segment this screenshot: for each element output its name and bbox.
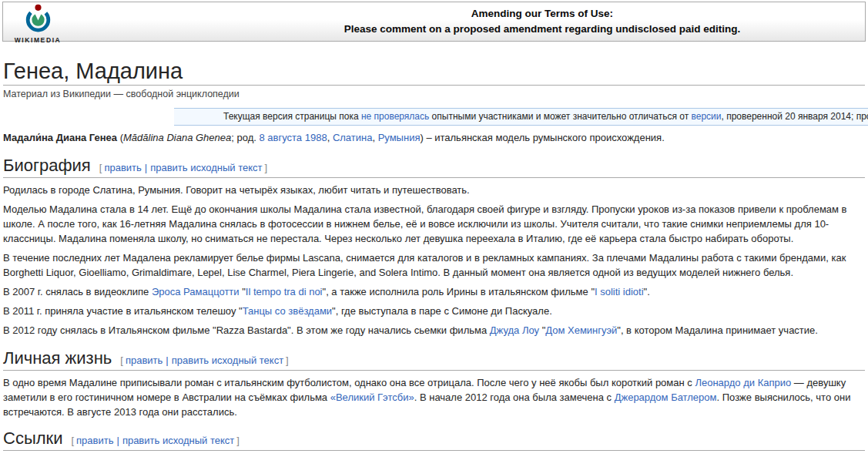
article-content: Генеа, Мадалина Материал из Википедии — … <box>0 58 868 451</box>
bracket-open: [ <box>120 355 123 366</box>
text-segment: Текущая версия страницы пока <box>223 111 361 122</box>
section-title: Ссылки <box>3 428 62 448</box>
edit-section: [править|править исходный текст] <box>99 162 267 173</box>
inline-link[interactable]: Дом Хемингуэй <box>545 324 617 336</box>
edit-separator: | <box>166 355 168 366</box>
section-heading-links: Ссылки[править|править исходный текст] <box>3 428 865 451</box>
edit-link[interactable]: править <box>76 435 113 446</box>
text-segment: ", а также исполнила роль Ирины в италья… <box>323 286 595 297</box>
inline-link[interactable]: Джуда Лоу <box>490 324 539 336</box>
text-segment: " <box>240 286 246 297</box>
inline-link[interactable]: 8 августа <box>259 132 302 143</box>
text-segment: ", где выступала в паре с Симоне ди Паск… <box>332 305 552 317</box>
text-segment: Родилась в городе Слатина, Румыния. Гово… <box>3 184 470 196</box>
inline-link[interactable]: Слатина <box>333 132 373 143</box>
paragraph: В течение последних лет Мадалена реклами… <box>3 250 865 280</box>
text-segment: ) – итальянская модель румынского происх… <box>420 132 664 143</box>
inline-link[interactable]: Леонардо ди Каприо <box>695 377 791 388</box>
text-segment: В одно время Мадалине приписывали роман … <box>3 377 695 388</box>
inline-link[interactable]: Румыния <box>378 132 421 143</box>
text-segment: ", в котором Мадалина принимает участие. <box>617 324 818 336</box>
banner-message-line2: Please comment on a proposed amendment r… <box>344 22 741 37</box>
text-segment: В 2012 году снялась в Итальянском фильме… <box>3 324 490 336</box>
edit-link[interactable]: править <box>126 355 163 366</box>
text-segment: . В начале 2012 года она была замечена с <box>414 391 615 403</box>
text-segment: ; род. <box>231 132 259 143</box>
text-segment: ( <box>117 132 123 143</box>
inline-link[interactable]: не проверялась <box>361 111 429 122</box>
section-heading-personal-life: Личная жизнь[править|править исходный те… <box>3 348 865 371</box>
edit-separator: | <box>116 435 119 446</box>
central-notice-banner[interactable]: WIKIMEDIA Amending our Terms of Use: Ple… <box>2 2 866 42</box>
inline-link[interactable]: «Великий Гэтсби» <box>330 391 414 403</box>
inline-link[interactable]: 1988 <box>305 132 327 143</box>
inline-link[interactable]: I soliti idioti <box>595 286 644 297</box>
wikimedia-logo[interactable]: WIKIMEDIA <box>13 4 62 44</box>
paragraph: В 2012 году снялась в Итальянском фильме… <box>3 323 865 338</box>
wikimedia-logo-word: WIKIMEDIA <box>13 36 62 44</box>
inline-link[interactable]: версии <box>691 111 721 122</box>
paragraph: Родилась в городе Слатина, Румыния. Гово… <box>3 183 865 197</box>
wikimedia-logo-icon <box>24 23 52 35</box>
edit-source-link[interactable]: править исходный текст <box>122 435 234 446</box>
text-segment: В 2007 г. снялась в видеоклипе <box>3 286 152 297</box>
inline-link[interactable]: Эроса Рамаццотти <box>152 286 240 297</box>
text-segment: Моделью Мадалина стала в 14 лет. Ещё до … <box>3 203 847 244</box>
paragraph: В 2007 г. снялась в видеоклипе Эроса Рам… <box>3 284 865 299</box>
paragraph: В одно время Мадалине приписывали роман … <box>3 375 865 419</box>
text-segment: В течение последних лет Мадалена реклами… <box>3 252 846 278</box>
text-segment: , проверенной 20 января 2014; проверки т… <box>721 111 868 122</box>
text-segment: опытными участниками и может значительно… <box>429 111 691 122</box>
intro-paragraph: Мадали́на Диана Генеа (Mădălina Diana Gh… <box>3 130 865 145</box>
section-title: Биография <box>3 156 91 175</box>
text-segment: , <box>327 132 333 143</box>
edit-section: [править|править исходный текст] <box>120 355 288 366</box>
edit-section: [править|править исходный текст] <box>71 435 239 446</box>
banner-message-line1: Amending our Terms of Use: <box>344 6 741 22</box>
section-title: Личная жизнь <box>3 348 112 368</box>
bracket-close: ] <box>265 162 268 173</box>
flagged-revisions-notice: Текущая версия страницы пока не проверял… <box>174 108 868 126</box>
bracket-open: [ <box>71 435 74 446</box>
edit-link[interactable]: править <box>104 162 141 173</box>
text-segment: Mădălina Diana Ghenea <box>123 132 231 143</box>
edit-separator: | <box>145 162 147 173</box>
edit-source-link[interactable]: править исходный текст <box>172 355 283 366</box>
bracket-open: [ <box>99 162 102 173</box>
inline-link[interactable]: Il tempo tra di noi <box>246 286 323 297</box>
page-title: Генеа, Мадалина <box>3 58 865 86</box>
text-segment: ". <box>644 286 650 297</box>
paragraph: Моделью Мадалина стала в 14 лет. Ещё до … <box>3 202 865 246</box>
edit-source-link[interactable]: править исходный текст <box>150 162 262 173</box>
text-segment: В 2011 г. приняла участие в итальянском … <box>3 305 243 317</box>
bracket-close: ] <box>236 435 240 446</box>
site-tagline: Материал из Википедии — свободной энцикл… <box>3 88 865 100</box>
bracket-close: ] <box>286 355 289 366</box>
inline-link[interactable]: Джерардом Батлером <box>615 391 717 403</box>
text-segment: , <box>372 132 377 143</box>
paragraph: В 2011 г. приняла участие в итальянском … <box>3 304 865 318</box>
text-segment: Мадали́на Диана Генеа <box>3 132 117 143</box>
inline-link[interactable]: Танцы со звёздами <box>243 305 332 317</box>
section-heading-biography: Биография[править|править исходный текст… <box>3 156 865 178</box>
banner-message[interactable]: Amending our Terms of Use: Please commen… <box>344 6 741 37</box>
